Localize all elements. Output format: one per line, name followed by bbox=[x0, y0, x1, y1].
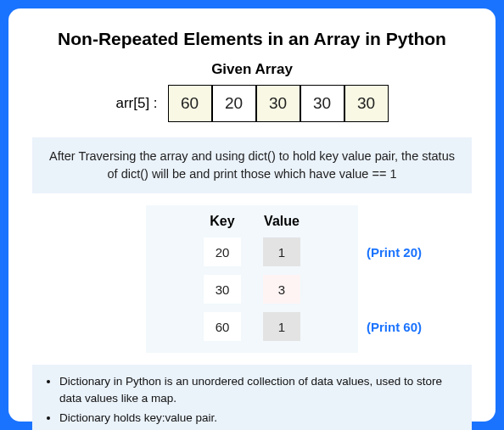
note-item: Dictionary in Python is an unordered col… bbox=[59, 373, 460, 408]
dict-value-cell: 1 bbox=[263, 237, 300, 266]
notes-box: Dictionary in Python is an unordered col… bbox=[32, 365, 472, 430]
array-cells: 60 20 30 30 30 bbox=[168, 85, 389, 122]
array-cell: 30 bbox=[256, 85, 300, 122]
array-cell: 60 bbox=[168, 85, 212, 122]
dict-value-cell: 1 bbox=[263, 312, 300, 341]
array-cell: 30 bbox=[344, 85, 389, 122]
print-annotation: (Print 20) bbox=[367, 245, 422, 260]
dict-table: Key Value 20 1 (Print 20) 30 3 60 1 (Pri… bbox=[146, 205, 358, 353]
print-annotation: (Print 60) bbox=[367, 320, 422, 334]
dict-header: Key Value bbox=[204, 214, 300, 229]
dict-row: 60 1 (Print 60) bbox=[146, 312, 358, 341]
dict-value-cell: 3 bbox=[263, 275, 300, 304]
dict-header-value: Value bbox=[263, 214, 300, 229]
page-title: Non-Repeated Elements in an Array in Pyt… bbox=[32, 29, 472, 49]
dict-key-cell: 30 bbox=[204, 275, 241, 304]
notes-list: Dictionary in Python is an unordered col… bbox=[44, 373, 460, 427]
note-item: Dictionary holds key:value pair. bbox=[59, 410, 460, 427]
explanation-box: After Traversing the array and using dic… bbox=[32, 137, 472, 193]
array-cell: 30 bbox=[300, 85, 344, 122]
array-cell: 20 bbox=[212, 85, 256, 122]
array-label: arr[5] : bbox=[115, 95, 157, 112]
dict-table-wrap: Key Value 20 1 (Print 20) 30 3 60 1 (Pri… bbox=[32, 205, 472, 365]
given-array-heading: Given Array bbox=[32, 61, 472, 78]
dict-header-key: Key bbox=[204, 214, 241, 229]
content-card: Non-Repeated Elements in an Array in Pyt… bbox=[8, 8, 496, 422]
array-row: arr[5] : 60 20 30 30 30 bbox=[32, 85, 472, 122]
dict-row: 30 3 bbox=[146, 275, 358, 304]
dict-key-cell: 20 bbox=[204, 237, 241, 266]
dict-row: 20 1 (Print 20) bbox=[146, 237, 358, 266]
dict-key-cell: 60 bbox=[204, 312, 241, 341]
